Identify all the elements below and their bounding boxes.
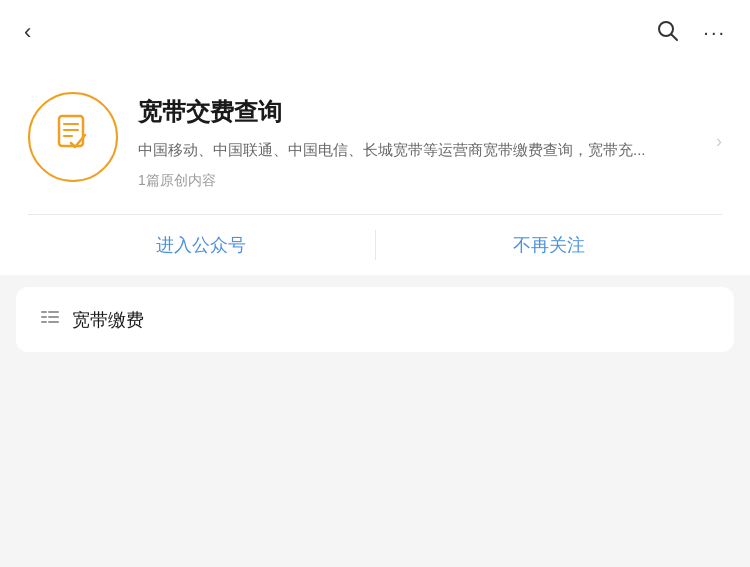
svg-line-1 — [672, 35, 678, 41]
profile-name: 宽带交费查询 — [138, 96, 722, 128]
action-buttons: 进入公众号 不再关注 — [28, 215, 722, 275]
list-icon — [40, 307, 60, 332]
profile-card: 宽带交费查询 中国移动、中国联通、中国电信、长城宽带等运营商宽带缴费查询，宽带充… — [0, 64, 750, 275]
chevron-right-icon: › — [716, 131, 722, 152]
search-button[interactable] — [655, 18, 679, 46]
profile-info: 宽带交费查询 中国移动、中国联通、中国电信、长城宽带等运营商宽带缴费查询，宽带充… — [138, 92, 722, 190]
bottom-section: 宽带缴费 — [0, 287, 750, 352]
enter-account-button[interactable]: 进入公众号 — [28, 215, 375, 275]
top-bar-left: ‹ — [24, 19, 31, 45]
more-button[interactable]: ··· — [703, 21, 726, 44]
top-bar-right: ··· — [655, 18, 726, 46]
content-card[interactable]: 宽带缴费 — [16, 287, 734, 352]
profile-meta: 1篇原创内容 — [138, 172, 722, 190]
search-icon — [655, 18, 679, 42]
profile-header: 宽带交费查询 中国移动、中国联通、中国电信、长城宽带等运营商宽带缴费查询，宽带充… — [28, 92, 722, 190]
content-card-title: 宽带缴费 — [72, 308, 144, 332]
unfollow-button[interactable]: 不再关注 — [376, 215, 723, 275]
top-bar: ‹ ··· — [0, 0, 750, 64]
profile-description: 中国移动、中国联通、中国电信、长城宽带等运营商宽带缴费查询，宽带充... — [138, 138, 722, 162]
avatar-icon — [51, 111, 95, 164]
avatar — [28, 92, 118, 182]
back-button[interactable]: ‹ — [24, 19, 31, 45]
